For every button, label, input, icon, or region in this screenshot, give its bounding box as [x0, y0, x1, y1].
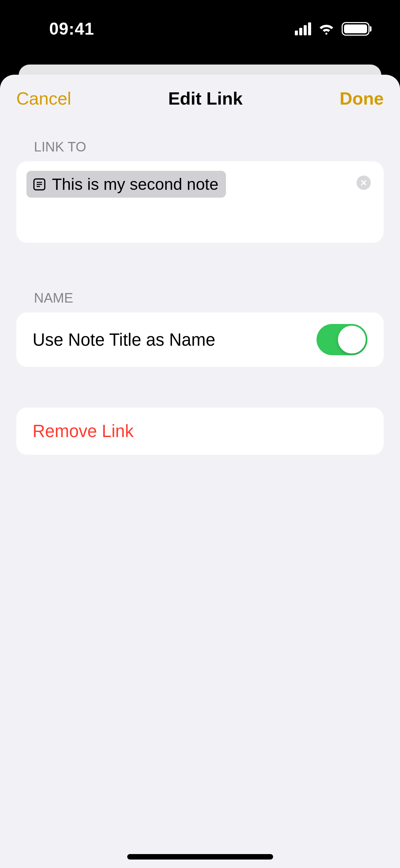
name-section-header: NAME: [0, 290, 400, 306]
cancel-button[interactable]: Cancel: [16, 88, 71, 109]
cellular-icon: [295, 22, 311, 35]
toggle-knob: [338, 326, 366, 354]
modal-header: Cancel Edit Link Done: [0, 75, 400, 122]
link-to-field[interactable]: This is my second note: [16, 161, 384, 243]
use-note-title-label: Use Note Title as Name: [33, 330, 215, 350]
note-icon: [32, 177, 47, 192]
name-card: Use Note Title as Name: [16, 312, 384, 367]
edit-link-modal: Cancel Edit Link Done LINK TO This is my…: [0, 75, 400, 868]
remove-link-card: Remove Link: [16, 408, 384, 455]
linked-note-chip[interactable]: This is my second note: [26, 171, 226, 198]
linked-note-title: This is my second note: [52, 175, 218, 194]
done-button[interactable]: Done: [340, 88, 384, 109]
remove-link-button[interactable]: Remove Link: [33, 421, 134, 441]
close-icon: [360, 179, 367, 186]
use-note-title-toggle[interactable]: [317, 324, 367, 355]
use-note-title-row: Use Note Title as Name: [16, 312, 384, 367]
battery-icon: [342, 22, 369, 36]
status-icons: [295, 22, 369, 36]
status-time: 09:41: [49, 19, 94, 39]
modal-title: Edit Link: [168, 88, 243, 109]
clear-link-button[interactable]: [357, 176, 371, 190]
wifi-icon: [317, 22, 336, 36]
status-bar: 09:41: [0, 0, 400, 58]
link-to-section-header: LINK TO: [0, 139, 400, 155]
home-indicator[interactable]: [127, 854, 273, 860]
